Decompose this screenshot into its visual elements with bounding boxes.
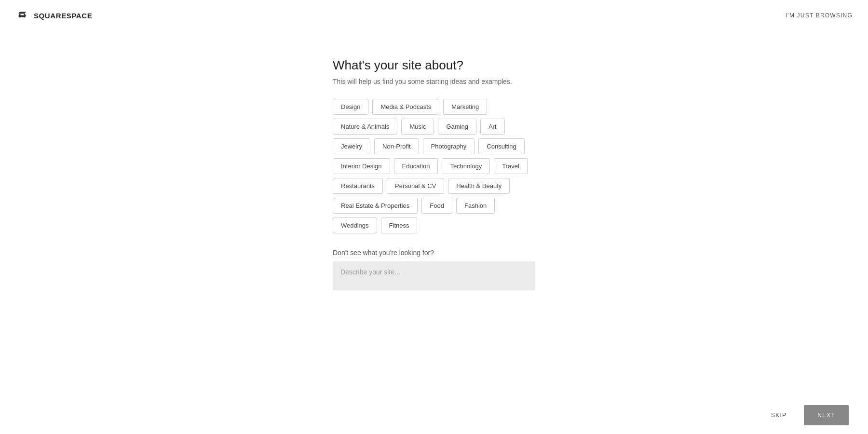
tag-fashion[interactable]: Fashion <box>456 198 495 214</box>
tag-travel[interactable]: Travel <box>494 158 528 174</box>
tag-weddings[interactable]: Weddings <box>333 217 377 233</box>
tag-personal-cv[interactable]: Personal & CV <box>387 178 444 194</box>
header: SQUARESPACE I'M JUST BROWSING <box>0 0 868 31</box>
main-content: What's your site about? This will help u… <box>0 0 868 434</box>
tag-interior-design[interactable]: Interior Design <box>333 158 390 174</box>
tag-jewelry[interactable]: Jewelry <box>333 138 370 154</box>
tag-fitness[interactable]: Fitness <box>381 217 418 233</box>
tag-technology[interactable]: Technology <box>442 158 490 174</box>
tag-health-beauty[interactable]: Health & Beauty <box>448 178 510 194</box>
tag-design[interactable]: Design <box>333 99 368 115</box>
footer: SKIP NEXT <box>0 396 868 434</box>
describe-input[interactable] <box>333 261 535 290</box>
logo-text: SQUARESPACE <box>34 12 92 20</box>
tag-music[interactable]: Music <box>401 119 434 135</box>
tag-media-podcasts[interactable]: Media & Podcasts <box>372 99 439 115</box>
skip-button[interactable]: SKIP <box>763 407 794 423</box>
tag-education[interactable]: Education <box>394 158 438 174</box>
just-browsing-button[interactable]: I'M JUST BROWSING <box>786 12 853 19</box>
tags-container: DesignMedia & PodcastsMarketingNature & … <box>333 99 535 233</box>
tag-consulting[interactable]: Consulting <box>478 138 524 154</box>
logo: SQUARESPACE <box>15 9 92 22</box>
page-title: What's your site about? <box>333 58 535 73</box>
tag-marketing[interactable]: Marketing <box>443 99 487 115</box>
tag-art[interactable]: Art <box>480 119 505 135</box>
tag-non-profit[interactable]: Non-Profit <box>374 138 419 154</box>
page-subtitle: This will help us find you some starting… <box>333 78 535 85</box>
describe-label: Don't see what you're looking for? <box>333 249 535 257</box>
next-button[interactable]: NEXT <box>804 405 849 425</box>
tag-real-estate[interactable]: Real Estate & Properties <box>333 198 418 214</box>
tag-restaurants[interactable]: Restaurants <box>333 178 383 194</box>
tag-gaming[interactable]: Gaming <box>438 119 476 135</box>
content-container: What's your site about? This will help u… <box>333 58 535 292</box>
tag-nature-animals[interactable]: Nature & Animals <box>333 119 397 135</box>
tag-photography[interactable]: Photography <box>423 138 475 154</box>
tag-food[interactable]: Food <box>421 198 452 214</box>
squarespace-logo-icon <box>15 9 29 22</box>
